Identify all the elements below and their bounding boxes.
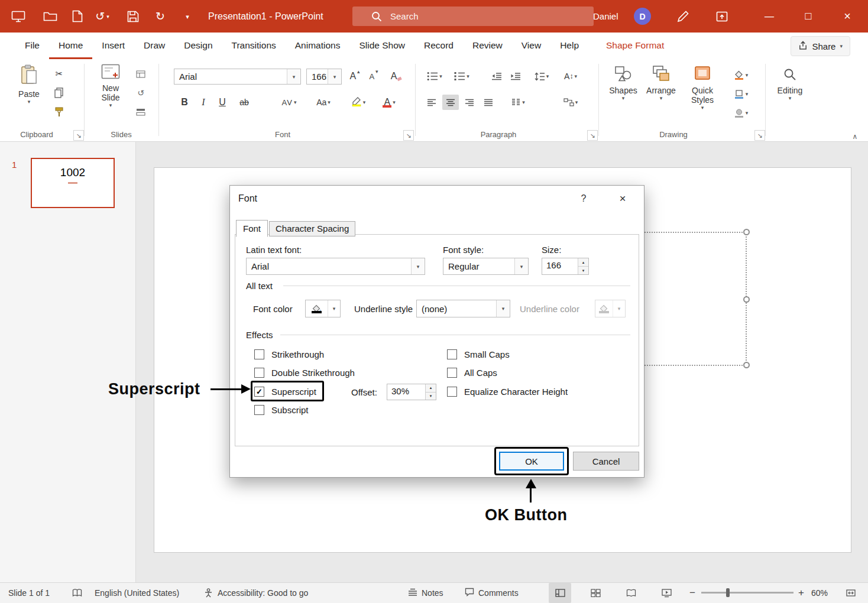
slide-sorter-button[interactable]	[584, 583, 607, 603]
tab-record[interactable]: Record	[414, 33, 463, 59]
accessibility-status[interactable]: Accessibility: Good to go	[218, 583, 308, 603]
tab-shape-format[interactable]: Shape Format	[597, 33, 673, 59]
tab-review[interactable]: Review	[463, 33, 512, 59]
zoom-out-button[interactable]: −	[685, 583, 700, 603]
italic-button[interactable]: I	[195, 95, 212, 110]
ink-pen-icon[interactable]	[672, 0, 694, 33]
tab-transitions[interactable]: Transitions	[222, 33, 286, 59]
dialog-tab-character-spacing[interactable]: Character Spacing	[269, 221, 355, 236]
dialog-help-button[interactable]: ?	[574, 190, 593, 207]
shape-outline-button[interactable]: ▾	[728, 86, 753, 102]
clear-formatting-button[interactable]: A	[388, 69, 404, 84]
equalize-character-height-option[interactable]: Equalize Character Height	[447, 386, 568, 397]
font-size-combo[interactable]: 166 ▾	[306, 69, 342, 85]
shape-effects-button[interactable]: ▾	[728, 105, 753, 121]
cut-button[interactable]: ✂	[51, 66, 67, 82]
line-spacing-button[interactable]: ▾	[530, 69, 553, 84]
tab-animations[interactable]: Animations	[286, 33, 350, 59]
redo-button[interactable]: ↻	[149, 0, 171, 33]
ribbon-display-options-icon[interactable]	[711, 0, 733, 33]
slide-thumbnail[interactable]: 1002	[31, 158, 115, 208]
open-folder-icon[interactable]	[39, 0, 61, 33]
search-box[interactable]	[352, 7, 594, 26]
notes-button[interactable]: Notes	[408, 583, 443, 603]
columns-button[interactable]: ▾	[506, 95, 530, 110]
underline-style-combo[interactable]: (none) ▾	[416, 300, 510, 317]
justify-button[interactable]	[480, 95, 497, 110]
slideshow-view-button[interactable]	[655, 583, 678, 603]
font-color-picker[interactable]: ▾	[305, 300, 341, 317]
close-button[interactable]: ×	[828, 0, 867, 33]
strikethrough-button[interactable]: ab	[234, 95, 254, 110]
sections-button[interactable]	[132, 104, 149, 119]
checkbox-strikethrough[interactable]	[254, 349, 264, 359]
placeholder-handle-middle-right[interactable]	[743, 296, 750, 303]
font-name-combo[interactable]: Arial ▾	[174, 69, 301, 85]
strikethrough-option[interactable]: Strikethrough	[254, 349, 324, 359]
bullets-button[interactable]: ▾	[423, 69, 446, 84]
zoom-slider-thumb[interactable]	[726, 588, 730, 597]
clipboard-dialog-launcher[interactable]: ↘	[73, 130, 84, 141]
zoom-level[interactable]: 60%	[811, 583, 828, 603]
change-case-button[interactable]: Aa ▾	[311, 95, 336, 110]
slide-info[interactable]: Slide 1 of 1	[8, 583, 50, 603]
paragraph-dialog-launcher[interactable]: ↘	[587, 130, 598, 141]
slide-layout-button[interactable]	[132, 66, 149, 82]
shapes-button[interactable]: Shapes ▾	[607, 65, 640, 101]
normal-view-button[interactable]	[549, 583, 571, 603]
cancel-button[interactable]: Cancel	[573, 452, 639, 471]
proofing-icon[interactable]	[72, 583, 82, 603]
tab-design[interactable]: Design	[174, 33, 222, 59]
share-button[interactable]: Share ▾	[791, 36, 850, 56]
size-up-button[interactable]: ▴	[578, 258, 588, 266]
checkbox-all-caps[interactable]	[447, 368, 457, 378]
fit-to-window-button[interactable]	[841, 583, 861, 603]
all-caps-option[interactable]: All Caps	[447, 367, 497, 378]
avatar[interactable]: D	[634, 8, 651, 25]
text-direction-button[interactable]: A ↕ ▾	[558, 69, 583, 84]
tab-home[interactable]: Home	[49, 33, 92, 59]
undo-button[interactable]: ↺ ▾	[89, 0, 116, 33]
tab-file[interactable]: File	[15, 33, 49, 59]
slideshow-icon[interactable]	[7, 0, 30, 33]
language-status[interactable]: English (United States)	[95, 583, 179, 603]
tab-slide-show[interactable]: Slide Show	[349, 33, 414, 59]
size-spinner[interactable]: 166 ▴ ▾	[542, 258, 589, 275]
comments-button[interactable]: Comments	[465, 583, 519, 603]
tab-view[interactable]: View	[512, 33, 550, 59]
offset-down-button[interactable]: ▾	[426, 392, 436, 400]
align-left-button[interactable]	[423, 95, 440, 110]
paste-button[interactable]: Paste ▾	[13, 64, 45, 105]
new-file-icon[interactable]	[66, 0, 89, 33]
dialog-close-button[interactable]: ×	[613, 190, 632, 207]
align-center-button[interactable]	[442, 95, 459, 110]
convert-smartart-button[interactable]: ▾	[558, 95, 583, 110]
size-down-button[interactable]: ▾	[578, 266, 588, 274]
checkbox-double-strikethrough[interactable]	[254, 368, 264, 378]
font-color-button[interactable]: A ▾	[376, 95, 402, 110]
quick-styles-button[interactable]: Quick Styles ▾	[684, 65, 721, 111]
zoom-slider[interactable]	[701, 583, 793, 603]
tab-insert[interactable]: Insert	[92, 33, 134, 59]
editing-button[interactable]: Editing ▾	[772, 67, 808, 101]
text-highlight-button[interactable]: ▾	[345, 95, 371, 110]
checkbox-small-caps[interactable]	[447, 349, 457, 359]
offset-spinner[interactable]: 30% ▴ ▾	[387, 384, 436, 400]
font-dialog-launcher[interactable]: ↘	[403, 130, 414, 141]
underline-button[interactable]: U	[214, 95, 231, 110]
copy-button[interactable]	[51, 85, 67, 100]
increase-indent-button[interactable]	[507, 69, 524, 84]
checkbox-subscript[interactable]	[254, 405, 264, 415]
offset-up-button[interactable]: ▴	[426, 384, 436, 392]
numbering-button[interactable]: ▾	[451, 69, 473, 84]
dialog-tab-font[interactable]: Font	[236, 220, 268, 237]
grow-font-button[interactable]: A ▴	[346, 69, 363, 84]
format-painter-button[interactable]	[51, 104, 67, 119]
tab-draw[interactable]: Draw	[134, 33, 174, 59]
minimize-button[interactable]: —	[750, 0, 789, 33]
placeholder-handle-bottom-right[interactable]	[743, 362, 750, 368]
user-name[interactable]: Daniel	[593, 0, 618, 33]
tab-help[interactable]: Help	[550, 33, 588, 59]
shrink-font-button[interactable]: A ▾	[365, 69, 382, 84]
placeholder-handle-top-right[interactable]	[743, 229, 750, 235]
